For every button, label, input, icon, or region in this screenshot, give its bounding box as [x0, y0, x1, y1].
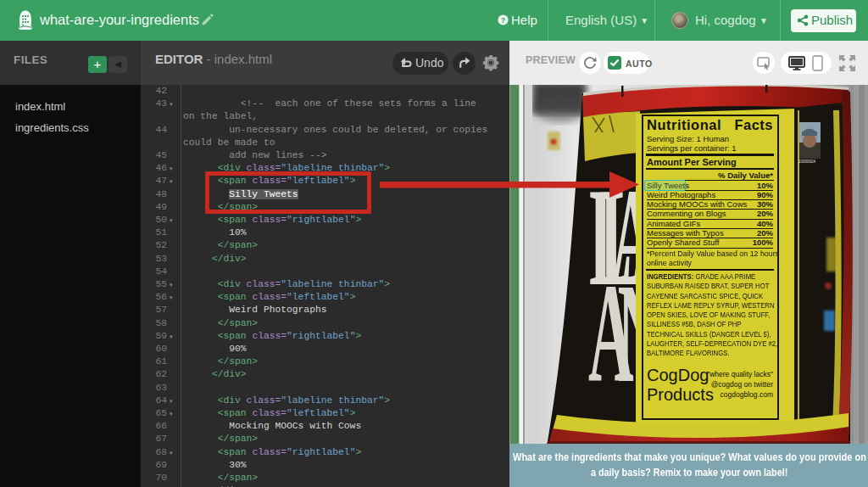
svg-text:10000024: 10000024: [798, 160, 816, 164]
svg-text:?: ?: [501, 16, 505, 25]
